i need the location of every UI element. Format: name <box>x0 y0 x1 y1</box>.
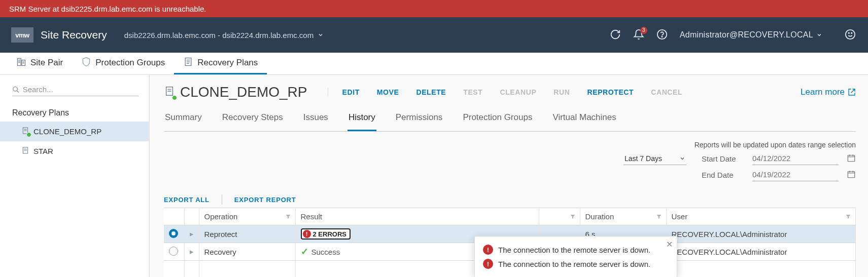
expand-caret-icon[interactable]: ▸ <box>190 247 194 256</box>
document-icon <box>183 57 193 69</box>
alert-banner: SRM Server at dsib2225.drm.lab.emc.com i… <box>0 0 868 17</box>
cell-user: RECOVERY.LOCAL\Administrator <box>666 225 855 243</box>
sidebar-section-title: Recovery Plans <box>0 104 149 122</box>
filter-icon[interactable] <box>656 212 662 221</box>
app-title: Site Recovery <box>41 29 107 41</box>
inner-tab-recovery-steps[interactable]: Recovery Steps <box>221 112 284 131</box>
notifications-button[interactable]: 3 <box>633 29 644 42</box>
help-icon <box>656 29 668 40</box>
svg-rect-14 <box>848 171 855 177</box>
sidebar-item-star[interactable]: STAR <box>0 141 149 161</box>
col-operation-label: Operation <box>204 212 238 221</box>
filter-icon[interactable] <box>845 212 851 221</box>
error-badge[interactable]: ! 2 ERRORS <box>301 228 351 240</box>
filter-icon[interactable] <box>285 212 291 221</box>
error-icon: ! <box>303 230 311 238</box>
shield-icon <box>81 57 91 69</box>
start-date-input[interactable] <box>752 152 839 165</box>
action-move[interactable]: MOVE <box>377 88 399 96</box>
action-test: TEST <box>463 88 482 96</box>
error-badge-label: 2 ERRORS <box>313 230 346 238</box>
cell-user: PROTECTION.LOCAL\Administrator <box>666 261 855 278</box>
svg-point-3 <box>849 32 849 33</box>
search-box[interactable] <box>12 83 138 96</box>
inner-tab-history[interactable]: History <box>348 112 376 131</box>
col-result[interactable]: Result <box>295 208 539 225</box>
tab-recovery-plans[interactable]: Recovery Plans <box>174 53 267 74</box>
user-label: Administrator@RECOVERY.LOCAL <box>680 30 813 39</box>
action-bar: EDIT MOVE DELETE TEST CLEANUP RUN REPROT… <box>328 88 700 96</box>
inner-tab-permissions[interactable]: Permissions <box>395 112 444 131</box>
col-hidden[interactable] <box>539 208 580 225</box>
cell-operation: Recovery <box>199 243 295 261</box>
plan-icon <box>21 127 29 136</box>
search-input[interactable] <box>23 85 138 94</box>
success-label: Success <box>311 248 340 256</box>
error-icon: ! <box>483 245 493 255</box>
action-edit[interactable]: EDIT <box>342 88 360 96</box>
vmw-logo: vmw <box>11 27 33 43</box>
sidebar-item-clone-demo-rp[interactable]: CLONE_DEMO_RP <box>0 122 149 141</box>
row-radio[interactable] <box>169 229 178 238</box>
top-header: vmw Site Recovery dsib2226.drm.lab.emc.c… <box>0 17 868 53</box>
col-result-label: Result <box>301 212 323 221</box>
export-report-button[interactable]: EXPORT REPORT <box>234 196 296 204</box>
site-pair-label: dsib2226.drm.lab.emc.com - dsib2224.drm.… <box>124 31 314 39</box>
inner-tab-virtual-machines[interactable]: Virtual Machines <box>551 112 617 131</box>
building-icon <box>16 57 26 69</box>
export-row: EXPORT ALL EXPORT REPORT <box>164 194 856 205</box>
tooltip-line: The connection to the remote server is d… <box>498 246 650 254</box>
close-icon[interactable]: ✕ <box>666 240 673 249</box>
expand-caret-icon[interactable]: ▸ <box>190 229 194 238</box>
page-title: CLONE_DEMO_RP <box>180 84 307 100</box>
col-duration[interactable]: Duration <box>580 208 666 225</box>
start-date-label: Start Date <box>702 154 747 163</box>
alert-text: SRM Server at dsib2225.drm.lab.emc.com i… <box>9 5 206 13</box>
inner-tab-issues[interactable]: Issues <box>302 112 329 131</box>
learn-more-label: Learn more <box>801 87 845 97</box>
tab-site-pair[interactable]: Site Pair <box>7 53 72 74</box>
tab-label: Site Pair <box>30 58 63 68</box>
learn-more-link[interactable]: Learn more <box>801 87 856 97</box>
date-preset-dropdown[interactable]: Last 7 Days <box>623 152 686 165</box>
svg-point-2 <box>846 29 855 38</box>
user-dropdown[interactable]: Administrator@RECOVERY.LOCAL <box>680 30 822 39</box>
tab-label: Protection Groups <box>95 58 165 68</box>
col-expand <box>184 208 199 225</box>
error-tooltip: ✕ ! The connection to the remote server … <box>474 236 677 277</box>
svg-point-0 <box>657 29 667 38</box>
status-ok-icon <box>172 95 177 100</box>
calendar-icon[interactable] <box>847 153 856 164</box>
date-preset-label: Last 7 Days <box>624 154 662 163</box>
tooltip-line: The connection to the remote server is d… <box>498 260 650 268</box>
svg-rect-5 <box>18 58 21 65</box>
calendar-icon[interactable] <box>847 170 856 180</box>
refresh-button[interactable] <box>610 29 621 42</box>
col-duration-label: Duration <box>585 212 614 221</box>
chevron-down-icon <box>318 32 324 38</box>
help-button[interactable] <box>656 29 668 42</box>
filter-icon[interactable] <box>570 212 576 221</box>
col-user-label: User <box>672 212 688 221</box>
site-pair-dropdown[interactable]: dsib2226.drm.lab.emc.com - dsib2224.drm.… <box>124 31 324 39</box>
action-cleanup: CLEANUP <box>500 88 536 96</box>
col-select <box>164 208 184 225</box>
feedback-button[interactable] <box>845 29 856 42</box>
row-radio[interactable] <box>169 247 178 256</box>
svg-line-9 <box>17 90 19 92</box>
col-user[interactable]: User <box>666 208 855 225</box>
tab-protection-groups[interactable]: Protection Groups <box>72 53 174 74</box>
inner-tab-protection-groups[interactable]: Protection Groups <box>462 112 533 131</box>
export-all-button[interactable]: EXPORT ALL <box>164 196 210 204</box>
content-area: CLONE_DEMO_RP EDIT MOVE DELETE TEST CLEA… <box>149 75 868 277</box>
col-operation[interactable]: Operation <box>199 208 295 225</box>
search-icon <box>12 86 20 94</box>
inner-tabs: Summary Recovery Steps Issues History Pe… <box>164 112 856 132</box>
end-date-input[interactable] <box>752 168 839 181</box>
global-tabs: Site Pair Protection Groups Recovery Pla… <box>0 53 868 75</box>
sidebar-item-label: CLONE_DEMO_RP <box>33 127 101 136</box>
action-reprotect[interactable]: REPROTECT <box>587 88 634 96</box>
inner-tab-summary[interactable]: Summary <box>164 112 203 131</box>
sidebar-item-label: STAR <box>33 147 53 155</box>
action-delete[interactable]: DELETE <box>416 88 446 96</box>
